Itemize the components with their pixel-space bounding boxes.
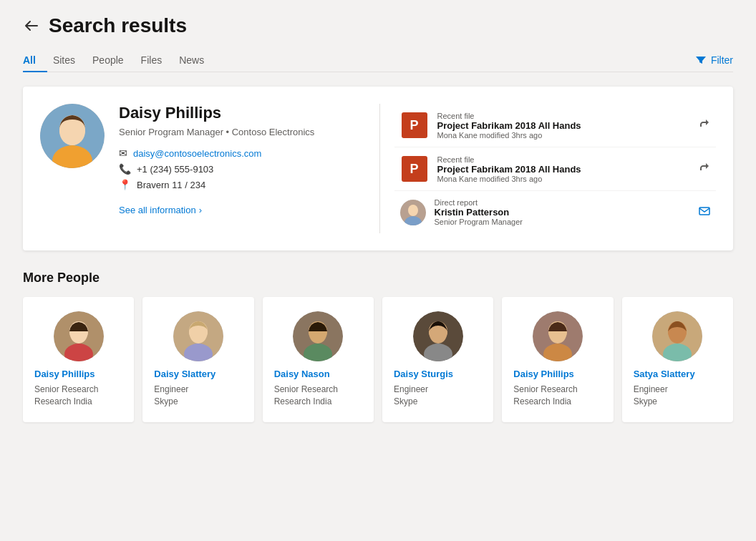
people-card-2: Daisy Nason Senior ResearchResearch Indi… (263, 297, 374, 422)
people-card-5: Satya Slattery EngineerSkype (622, 297, 733, 422)
tab-all[interactable]: All (23, 49, 47, 72)
location-icon: 📍 (119, 179, 131, 190)
recent-file-2-sub: Mona Kane modified 3hrs ago (437, 175, 691, 183)
back-button[interactable] (23, 17, 40, 34)
direct-report-avatar (400, 200, 426, 225)
powerpoint-icon-1 (402, 112, 427, 138)
more-people-title: More People (23, 270, 733, 286)
people-role-4: Senior ResearchResearch India (513, 384, 577, 408)
svg-rect-7 (699, 208, 709, 215)
people-card-3: Daisy Sturgis EngineerSkype (382, 297, 493, 422)
direct-report-item: Direct report Kristin Patterson Senior P… (394, 191, 717, 233)
page-title: Search results (49, 14, 187, 37)
person-title: Senior Program Manager • Contoso Electro… (119, 127, 314, 137)
direct-report-name: Kristin Patterson (435, 207, 691, 218)
people-avatar-0 (54, 311, 104, 361)
tab-sites[interactable]: Sites (53, 49, 87, 72)
file-icon-wrap-1 (400, 111, 429, 140)
page-container: Search results All Sites People Files Ne… (0, 0, 756, 541)
tab-news[interactable]: News (179, 49, 215, 72)
svg-point-5 (408, 205, 418, 216)
email-direct-report-button[interactable] (699, 205, 710, 220)
people-avatar-5 (652, 311, 702, 361)
people-name-4[interactable]: Daisy Phillips (513, 369, 574, 379)
people-role-5: EngineerSkype (634, 384, 668, 408)
person-info: Daisy Phillips Senior Program Manager • … (119, 104, 314, 233)
powerpoint-icon-2 (402, 156, 427, 182)
filter-icon (695, 54, 707, 66)
people-avatar-3 (413, 311, 463, 361)
location-row: 📍 Bravern 11 / 234 (119, 179, 314, 190)
people-name-1[interactable]: Daisy Slattery (154, 369, 215, 379)
people-name-3[interactable]: Daisy Sturgis (394, 369, 453, 379)
recent-file-1: Recent file Project Fabrikam 2018 All Ha… (394, 104, 717, 147)
share-icon-1 (699, 118, 710, 130)
share-button-2[interactable] (699, 162, 710, 176)
people-avatar-2 (293, 311, 343, 361)
location-value: Bravern 11 / 234 (137, 180, 205, 190)
people-avatar-1 (173, 311, 223, 361)
more-people-section: More People Daisy Phillips Senior Resear… (23, 270, 733, 422)
people-card-1: Daisy Slattery EngineerSkype (142, 297, 253, 422)
people-grid: Daisy Phillips Senior ResearchResearch I… (23, 297, 733, 422)
phone-value: +1 (234) 555-9103 (137, 164, 213, 175)
tab-files[interactable]: Files (141, 49, 174, 72)
header-row: Search results (23, 14, 733, 37)
people-name-0[interactable]: Daisy Phillips (34, 369, 95, 379)
avatar (40, 104, 105, 168)
recent-file-1-sub: Mona Kane modified 3hrs ago (437, 131, 691, 140)
recent-file-2: Recent file Project Fabrikam 2018 All Ha… (394, 147, 717, 191)
share-button-1[interactable] (699, 118, 710, 132)
person-right-section: Recent file Project Fabrikam 2018 All Ha… (394, 104, 717, 233)
people-card-0: Daisy Phillips Senior ResearchResearch I… (23, 297, 134, 422)
people-role-1: EngineerSkype (154, 384, 188, 408)
email-link[interactable]: daisy@contosoelectronics.com (133, 148, 261, 159)
people-role-0: Senior ResearchResearch India (34, 384, 98, 408)
back-arrow-icon (23, 17, 40, 34)
direct-report-text: Direct report Kristin Patterson Senior P… (435, 198, 691, 226)
person-name: Daisy Phillips (119, 104, 314, 122)
email-row: ✉ daisy@contosoelectronics.com (119, 147, 314, 159)
people-role-2: Senior ResearchResearch India (274, 384, 338, 408)
recent-file-1-label: Recent file (437, 112, 691, 120)
tabs-row: All Sites People Files News Filter (23, 49, 733, 72)
recent-file-1-title: Project Fabrikam 2018 All Hands (437, 120, 691, 131)
recent-file-1-text: Recent file Project Fabrikam 2018 All Ha… (437, 112, 691, 140)
direct-report-label: Direct report (435, 198, 691, 207)
phone-row: 📞 +1 (234) 555-9103 (119, 163, 314, 175)
people-name-2[interactable]: Daisy Nason (274, 369, 330, 379)
direct-report-role: Senior Program Manager (435, 218, 691, 226)
people-name-5[interactable]: Satya Slattery (634, 369, 695, 379)
envelope-icon (699, 205, 710, 217)
recent-file-2-title: Project Fabrikam 2018 All Hands (437, 164, 691, 175)
person-card: Daisy Phillips Senior Program Manager • … (23, 87, 733, 250)
tab-people[interactable]: People (92, 49, 135, 72)
file-icon-wrap-2 (400, 155, 429, 183)
phone-icon: 📞 (119, 163, 131, 175)
people-role-3: EngineerSkype (394, 384, 428, 408)
share-icon-2 (699, 162, 710, 173)
email-icon: ✉ (119, 147, 127, 159)
recent-file-2-text: Recent file Project Fabrikam 2018 All Ha… (437, 155, 691, 183)
person-left-section: Daisy Phillips Senior Program Manager • … (40, 104, 380, 233)
people-card-4: Daisy Phillips Senior ResearchResearch I… (502, 297, 613, 422)
recent-file-2-label: Recent file (437, 155, 691, 164)
people-avatar-4 (533, 311, 583, 361)
filter-button[interactable]: Filter (695, 54, 733, 66)
see-all-link[interactable]: See all information › (119, 205, 314, 215)
